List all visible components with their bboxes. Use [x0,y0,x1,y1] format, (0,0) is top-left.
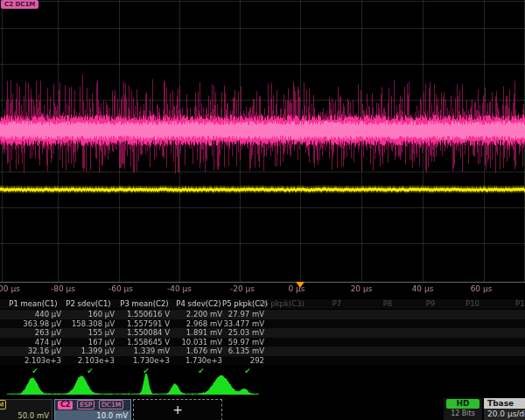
channel-c1-descriptor[interactable]: C1 DC1M 50.0 mV [0,399,52,420]
c1-coupling-tag: DC1M [0,400,6,410]
status-check-icon: ✔ [87,366,94,376]
measure-header-p3[interactable]: P3 mean(C2) [120,299,168,309]
measure-stats-row: 440 µV160 µV1.550616 V2.200 mV27.97 mV [0,310,525,319]
status-check-icon: ✔ [143,366,150,376]
grid-hline [0,28,525,29]
measure-header-p4[interactable]: P4 sdev(C2) [176,299,220,309]
hd-badge: HD [446,399,480,409]
time-axis-label: -60 µs [108,284,133,293]
hd-bits-label: 12 Bits [444,409,482,419]
measure-header-p9[interactable]: P9 [426,299,436,309]
measure-cell: 33.477 mV [0,319,264,329]
measure-header-p10[interactable]: P10 [466,299,480,309]
measure-header-p8[interactable]: P8 [383,299,393,309]
measure-header-row: P1 mean(C1)P2 sdev(C1)P3 mean(C2)P4 sdev… [0,299,525,309]
oscilloscope-screen: C2 DC1M -100 µs-80 µs-60 µs-40 µs-20 µs0… [0,0,525,420]
time-axis-line [0,282,525,283]
grid-vline [361,0,362,282]
time-axis-label: -20 µs [230,284,255,293]
hd-mode-indicator: HD 12 Bits [444,398,482,420]
grid-vline [300,0,301,282]
grid-vline [240,0,241,282]
measure-header-p2[interactable]: P2 sdev(C1) [66,299,110,309]
grid-hline [0,172,525,172]
c2-esp-tag: ESP [77,400,94,410]
status-check-icon: ✔ [198,366,205,376]
measure-header-p1[interactable]: P1 mean(C1) [9,299,57,309]
grid-hline [0,136,525,136]
grid-vline [58,0,59,282]
c2-coupling-tag: DC1M [99,400,123,410]
measure-cell: 25.03 mV [0,328,264,338]
timebase-scale-value: 20.0 µs/div [484,409,525,420]
time-axis-label: -100 µs [0,284,20,293]
measure-cell: 6.135 mV [0,346,264,356]
measure-stats-row: 474 µV167 µV1.558645 V10.031 mV59.97 mV [0,338,525,347]
add-channel-button[interactable]: + [133,399,222,420]
measure-cell: 27.97 mV [0,310,264,319]
measure-header-p11[interactable]: P11 [515,299,525,309]
measure-header-p6[interactable]: P6 pkpk(C3) [259,299,304,309]
time-axis-label: 60 µs [471,284,493,293]
time-axis-label: -80 µs [51,284,75,293]
timebase-label: Tbase [484,398,525,409]
grid-vline [119,0,120,282]
time-axis-label: -40 µs [167,284,192,293]
trace-label-badge: C2 DC1M [1,0,38,9]
c2-scale-value: 10.0 mV [55,410,130,420]
measure-stats-row: 2.103e+32.103e+31.730e+31.730e+3292 [0,356,525,366]
time-axis-label: 0 µs [288,284,304,293]
status-check-icon: ✔ [244,366,251,376]
waveform-grid [0,0,525,283]
measure-stats-row: 363.98 µV158.308 µV1.557591 V2.968 mV33.… [0,319,525,329]
grid-hline [0,243,525,244]
measure-stats-row: 32.16 µV1.399 µV1.339 mV1.676 mV6.135 mV [0,346,525,356]
timebase-descriptor[interactable]: Tbase 20.0 µs/div [484,398,525,420]
grid-hline [0,100,525,101]
grid-vline [423,0,424,282]
time-axis-label: 40 µs [412,284,434,293]
grid-hline [0,1,525,2]
measure-cell: 59.97 mV [0,338,264,347]
grid-hline [0,64,525,65]
time-axis-label: 20 µs [351,284,373,293]
measure-cell: 292 [0,356,264,366]
c1-scale-value: 50.0 mV [0,410,52,420]
measure-status-row: ✔✔✔✔✔ [0,366,525,377]
c2-channel-label: C2 [58,401,73,410]
grid-vline [484,0,485,282]
status-check-icon: ✔ [32,366,38,376]
grid-vline [2,0,3,282]
measure-header-p7[interactable]: P7 [332,299,342,309]
measure-stats-row: 263 µV155 µV1.550084 V1.891 mV25.03 mV [0,328,525,338]
channel-c2-descriptor[interactable]: C2 ESP DC1M 10.0 mV [54,399,131,420]
grid-hline [0,207,525,208]
grid-vline [179,0,180,282]
